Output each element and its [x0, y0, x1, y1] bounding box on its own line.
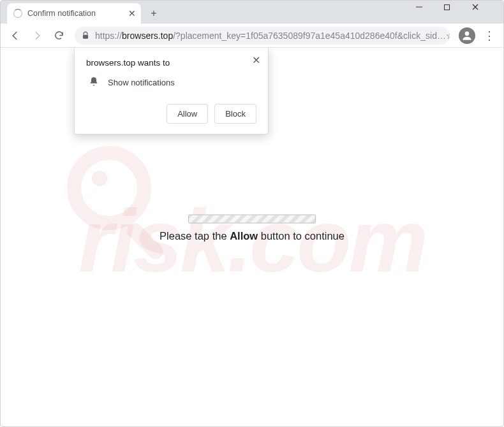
fake-progress-bar [188, 215, 316, 224]
back-button[interactable] [6, 26, 25, 45]
forward-button[interactable] [27, 26, 47, 45]
prompt-close-icon[interactable]: ✕ [252, 54, 260, 66]
svg-rect-1 [445, 5, 450, 10]
block-button[interactable]: Block [214, 104, 256, 124]
watermark-magnifier-icon [58, 137, 186, 264]
prompt-actions: Allow Block [86, 104, 256, 124]
url-path: /?placement_key=1f05a7635089f97a1e45a410… [173, 31, 446, 41]
new-tab-button[interactable]: + [145, 4, 163, 22]
msg-prefix: Please tap the [159, 230, 230, 242]
address-bar[interactable]: https://browsers.top/?placement_key=1f05… [75, 27, 450, 45]
prompt-permission-row: Show notifications [86, 76, 256, 89]
window-chrome-top: Confirm notification ✕ + [1, 1, 503, 24]
profile-avatar[interactable] [459, 27, 475, 44]
bookmark-star-icon[interactable]: ☆ [446, 31, 450, 41]
notification-permission-prompt: ✕ browsers.top wants to Show notificatio… [74, 48, 269, 134]
url-scheme: https:// [95, 31, 122, 41]
svg-point-7 [92, 171, 107, 186]
prompt-origin-title: browsers.top wants to [86, 58, 256, 68]
msg-suffix: button to continue [258, 230, 345, 242]
tab-title: Confirm notification [27, 9, 96, 18]
allow-button[interactable]: Allow [167, 104, 208, 124]
svg-point-5 [465, 31, 470, 36]
tab-spinner-icon [13, 9, 22, 18]
window-controls [415, 2, 500, 20]
tap-allow-message: Please tap the Allow button to continue [159, 230, 345, 242]
tab-close-icon[interactable]: ✕ [128, 8, 136, 18]
page-viewport: risk.com Please tap the Allow button to … [1, 48, 503, 409]
svg-rect-4 [83, 34, 88, 38]
url-host: browsers.top [122, 31, 173, 41]
svg-point-6 [74, 153, 144, 223]
window-minimize-button[interactable] [415, 2, 443, 20]
window-maximize-button[interactable] [443, 2, 471, 20]
browser-tab[interactable]: Confirm notification ✕ [7, 3, 141, 24]
kebab-menu-icon[interactable]: ⋮ [480, 29, 498, 43]
page-main-content: Please tap the Allow button to continue [159, 215, 345, 242]
reload-button[interactable] [49, 26, 68, 45]
prompt-permission-label: Show notifications [108, 78, 175, 87]
window-close-button[interactable] [471, 2, 500, 20]
lock-icon [81, 31, 90, 40]
msg-bold: Allow [230, 230, 258, 242]
bell-icon [89, 76, 99, 89]
browser-toolbar: https://browsers.top/?placement_key=1f05… [1, 24, 503, 48]
